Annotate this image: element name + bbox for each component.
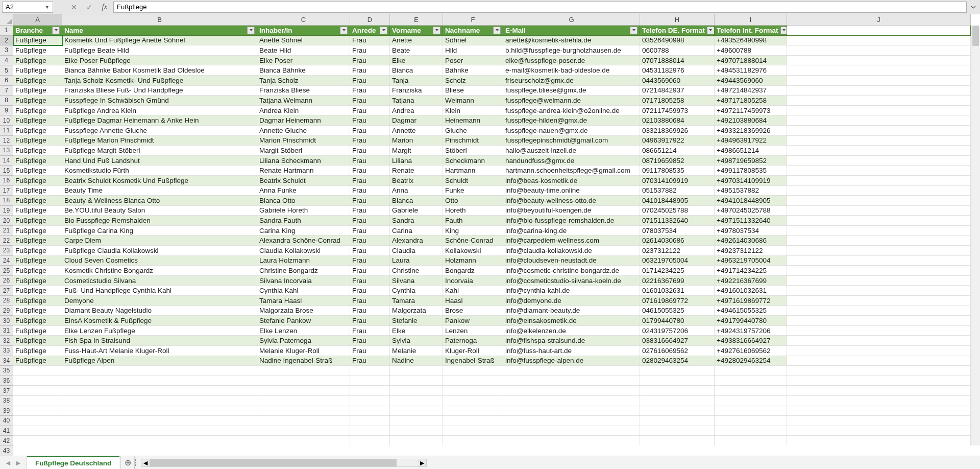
table-cell[interactable]: Sandra — [390, 216, 443, 226]
row-header[interactable]: 16 — [0, 176, 13, 186]
table-cell[interactable]: Frau — [350, 216, 390, 226]
table-cell[interactable]: Gluche — [443, 126, 503, 136]
table-cell[interactable]: info@beauty-time.online — [503, 186, 640, 196]
table-cell[interactable]: e-mail@kosmetik-bad-oldesloe.de — [503, 65, 640, 76]
table-cell[interactable]: info@fishspa-stralsund.de — [503, 336, 640, 346]
table-cell[interactable]: Fuss-Haut-Art Melanie Kluger-Roll — [62, 346, 257, 356]
table-cell[interactable]: +4971511332640 — [715, 216, 787, 226]
empty-cell[interactable] — [787, 56, 971, 66]
table-cell[interactable]: Liliana Scheckmann — [257, 156, 350, 166]
empty-cell[interactable] — [503, 436, 640, 445]
table-cell[interactable]: Margit — [390, 146, 443, 156]
table-cell[interactable]: info@einsakosmetik.de — [503, 316, 640, 326]
table-cell[interactable]: Frau — [350, 126, 390, 136]
empty-cell[interactable] — [257, 416, 350, 426]
table-cell[interactable]: Brose — [443, 306, 503, 316]
empty-cell[interactable] — [787, 65, 971, 76]
table-cell[interactable]: Scholz — [443, 76, 503, 86]
table-cell[interactable]: 02103880684 — [640, 115, 715, 126]
table-cell[interactable]: +49600788 — [715, 45, 787, 56]
table-cell[interactable]: Fußpflege — [13, 156, 62, 166]
table-cell[interactable]: Tatjana Welmann — [257, 96, 350, 106]
table-cell[interactable]: +4963219705004 — [715, 256, 787, 266]
table-cell[interactable]: info@bio-fusspflege-remshalden.de — [503, 216, 640, 226]
table-cell[interactable]: Heinemann — [443, 115, 503, 126]
table-cell[interactable]: 028029463254 — [640, 356, 715, 366]
table-cell[interactable]: Frau — [350, 106, 390, 116]
empty-cell[interactable] — [62, 376, 257, 386]
table-cell[interactable]: Fußpflege — [13, 136, 62, 146]
table-cell[interactable]: Schuldt — [443, 176, 503, 186]
table-cell[interactable]: info@elkelenzen.de — [503, 326, 640, 336]
table-cell[interactable]: +493526490998 — [715, 36, 787, 46]
table-cell[interactable]: Dagmar Heinemann — [257, 115, 350, 126]
table-cell[interactable]: Frau — [350, 36, 390, 46]
table-cell[interactable]: Fußpflege Margit Stöberl — [62, 146, 257, 156]
table-cell[interactable]: Fußpflege — [13, 316, 62, 326]
row-header[interactable]: 24 — [0, 256, 13, 266]
empty-cell[interactable] — [787, 156, 971, 166]
table-cell[interactable]: +491714234225 — [715, 266, 787, 276]
table-cell[interactable]: Melanie Kluger-Roll — [257, 346, 350, 356]
empty-cell[interactable] — [13, 436, 62, 445]
row-header[interactable]: 7 — [0, 86, 13, 96]
empty-cell[interactable] — [787, 86, 971, 96]
empty-cell[interactable] — [787, 366, 971, 376]
row-header[interactable]: 15 — [0, 166, 13, 176]
table-cell[interactable]: Diamant Beauty Nagelstudio — [62, 306, 257, 316]
table-header-cell[interactable]: Name — [62, 26, 257, 36]
table-cell[interactable]: Frau — [350, 226, 390, 236]
row-header[interactable]: 32 — [0, 336, 13, 346]
empty-cell[interactable] — [787, 346, 971, 356]
empty-cell[interactable] — [787, 246, 971, 256]
column-header-A[interactable]: A — [13, 14, 62, 26]
empty-cell[interactable] — [13, 396, 62, 406]
empty-cell[interactable] — [787, 326, 971, 336]
empty-cell[interactable] — [715, 376, 787, 386]
table-cell[interactable]: +4972117459973 — [715, 106, 787, 116]
table-cell[interactable]: Frau — [350, 115, 390, 126]
table-header-cell[interactable]: Anrede — [350, 26, 390, 36]
row-header[interactable]: 26 — [0, 276, 13, 286]
table-cell[interactable]: Cosmeticstudio Silvana — [62, 276, 257, 286]
table-cell[interactable]: Frau — [350, 246, 390, 256]
empty-cell[interactable] — [640, 376, 715, 386]
row-header[interactable]: 43 — [0, 446, 13, 456]
table-cell[interactable]: Be.YOU.tiful Beauty Salon — [62, 206, 257, 216]
table-cell[interactable]: Haasl — [443, 296, 503, 306]
row-header[interactable]: 19 — [0, 206, 13, 216]
empty-cell[interactable] — [350, 386, 390, 396]
row-header[interactable]: 42 — [0, 436, 13, 446]
row-header[interactable]: 41 — [0, 426, 13, 436]
table-cell[interactable]: Elke Poser Fußpflege — [62, 56, 257, 66]
insert-function-button[interactable]: fx — [98, 2, 111, 13]
table-cell[interactable]: Frau — [350, 45, 390, 56]
table-cell[interactable]: Fußpflege — [13, 176, 62, 186]
empty-cell[interactable] — [787, 36, 971, 46]
empty-cell[interactable] — [787, 236, 971, 246]
empty-cell[interactable] — [390, 406, 443, 416]
row-header[interactable]: 13 — [0, 146, 13, 156]
horizontal-scroll-thumb[interactable] — [150, 459, 397, 466]
table-cell[interactable]: Fusspflege Annette Gluche — [62, 126, 257, 136]
empty-cell[interactable] — [390, 396, 443, 406]
table-cell[interactable]: info@cloudseven-neustadt.de — [503, 256, 640, 266]
empty-cell[interactable] — [715, 386, 787, 396]
table-cell[interactable]: Christine — [390, 266, 443, 276]
table-cell[interactable]: +4938316664927 — [715, 336, 787, 346]
table-cell[interactable]: Fußpflege — [13, 226, 62, 236]
table-cell[interactable]: Frau — [350, 356, 390, 366]
table-cell[interactable]: Silvana Incorvaia — [257, 276, 350, 286]
table-cell[interactable]: Fußpflege — [13, 115, 62, 126]
empty-cell[interactable] — [715, 406, 787, 416]
empty-cell[interactable] — [787, 256, 971, 266]
table-cell[interactable]: Renate — [390, 166, 443, 176]
table-cell[interactable]: Fish Spa In Stralsund — [62, 336, 257, 346]
table-cell[interactable]: Frau — [350, 136, 390, 146]
table-cell[interactable]: Fußpflege Dagmar Heinemann & Anke Hein — [62, 115, 257, 126]
table-cell[interactable]: +4941018448905 — [715, 196, 787, 206]
table-cell[interactable]: Otto — [443, 196, 503, 206]
table-cell[interactable]: +497071888014 — [715, 56, 787, 66]
table-cell[interactable]: Horeth — [443, 206, 503, 216]
column-header-D[interactable]: D — [350, 14, 390, 26]
